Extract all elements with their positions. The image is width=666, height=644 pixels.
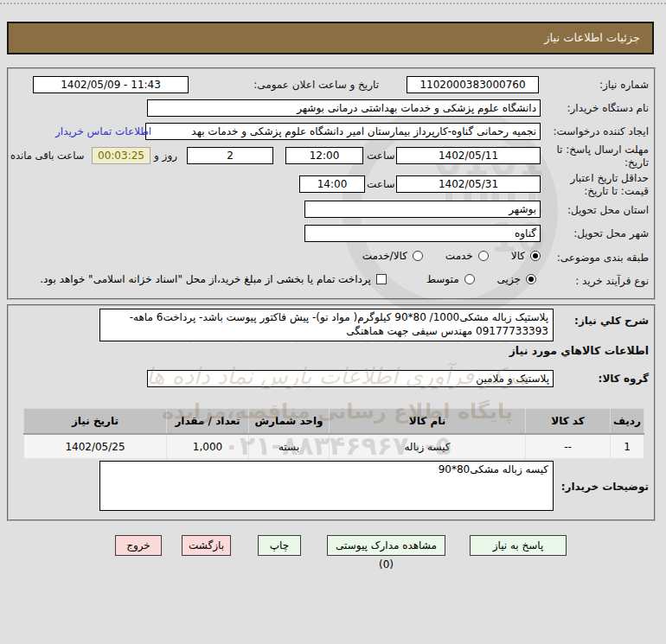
page-title-bar: جزئیات اطلاعات نیاز — [7, 22, 654, 54]
need-number-field[interactable]: 1102000383000760 — [407, 76, 539, 93]
print-button[interactable]: چاپ — [258, 535, 301, 556]
items-table-body: 1--کیسه زبالهبسته1,0001402/05/25 — [24, 434, 644, 459]
buyer-remarks-label: توضیحات خریدار: — [561, 481, 649, 493]
table-header-5: تاریخ نیاز — [24, 409, 167, 435]
buyer-remarks-field[interactable]: کیسه زباله مشکی‎90*80 — [99, 461, 554, 511]
treasury-checkbox[interactable] — [376, 274, 387, 284]
request-creator-label: ایجاد کننده درخواست: — [553, 125, 649, 137]
buyer-org-field[interactable]: دانشگاه علوم پزشکی و خدمات بهداشتی درمان… — [147, 99, 541, 117]
remaining-days-field[interactable]: 2 — [187, 147, 273, 164]
deadline-hour-label: ساعت — [367, 150, 395, 162]
table-row: 1--کیسه زبالهبسته1,0001402/05/25 — [24, 434, 644, 459]
radio-goods[interactable] — [530, 251, 541, 261]
radio-medium-label: متوسط — [426, 273, 459, 285]
items-table: ردیفکد کالانام کالاواحد شمارشتعداد / مقد… — [23, 408, 644, 459]
table-header-1: کد کالا — [526, 409, 611, 435]
buyer-contact-link[interactable]: اطلاعات تماس خریدار — [55, 125, 151, 137]
deadline-date-field[interactable]: 1402/05/11 — [396, 147, 541, 164]
respond-button[interactable]: پاسخ به نیاز — [470, 535, 567, 556]
delivery-city-label: شهر محل تحویل: — [573, 227, 649, 239]
price-validity-label: حداقل تاریخ اعتبار قیمت: تا تاریخ: — [541, 172, 649, 198]
purchase-process-options: جزیی متوسط پرداخت تمام یا بخشی از مبلغ خ… — [40, 273, 536, 285]
subject-classification-options: کالا خدمت کالا/خدمت — [362, 250, 541, 262]
items-table-head-row: ردیفکد کالانام کالاواحد شمارشتعداد / مقد… — [24, 409, 644, 435]
page-title: جزئیات اطلاعات نیاز — [544, 31, 640, 44]
hours-remaining-label: ساعت باقی مانده — [10, 150, 84, 162]
table-cell: 1 — [611, 434, 644, 459]
goods-section-title: اطلاعات کالاهاي مورد نیاز — [509, 344, 649, 357]
subject-classification-label: طبقه بندی موضوعی: — [557, 252, 649, 264]
countdown-timer-field: 00:03:25 — [92, 147, 150, 164]
top-dotted-divider — [0, 3, 666, 4]
table-cell: 1402/05/25 — [24, 434, 167, 459]
days-and-label: روز و — [154, 150, 177, 162]
response-deadline-label: مهلت ارسال پاسخ: تا تاریخ: — [541, 143, 649, 169]
exit-button[interactable]: خروج — [115, 535, 162, 556]
need-description-field[interactable]: پلاستیک زباله مشکی‎90*80 /1000 کیلوگرم( … — [99, 309, 554, 341]
table-cell: بسته — [249, 434, 330, 459]
back-button[interactable]: بازگشت — [182, 535, 231, 556]
request-creator-field[interactable]: نجمیه رحمانی گناوه-کارپرداز بیمارستان ام… — [145, 123, 541, 140]
table-cell: کیسه زباله — [330, 434, 526, 459]
radio-goods-label: کالا — [511, 250, 525, 262]
treasury-checkbox-label: پرداخت تمام یا بخشی از مبلغ خرید،از محل … — [40, 273, 371, 285]
announce-datetime-label: تاریخ و ساعت اعلان عمومی: — [253, 79, 379, 91]
radio-service-label: خدمت — [445, 250, 473, 262]
deadline-time-field[interactable]: 12:00 — [285, 147, 363, 164]
radio-minor[interactable] — [526, 274, 536, 284]
radio-minor-label: جزیی — [497, 273, 521, 285]
goods-group-label: گروه کالا: — [599, 373, 649, 385]
table-cell: -- — [526, 434, 611, 459]
goods-group-field[interactable]: پلاستیک و ملامین — [147, 370, 554, 387]
table-cell: 1,000 — [167, 434, 249, 459]
delivery-city-field[interactable]: گناوه — [304, 225, 541, 242]
need-number-label: شماره نیاز: — [599, 79, 649, 91]
need-description-label: شرح کلي نیاز: — [574, 315, 649, 327]
table-header-3: واحد شمارش — [249, 409, 330, 435]
delivery-province-field[interactable]: بوشهر — [304, 201, 541, 218]
table-header-2: نام کالا — [330, 409, 526, 435]
table-header-0: ردیف — [611, 409, 644, 435]
purchase-process-label: نوع فرآیند خرید : — [575, 275, 649, 287]
view-attachments-button[interactable]: مشاهده مدارک پیوستی (0) — [327, 535, 445, 556]
validity-hour-label: ساعت — [367, 178, 395, 190]
radio-medium[interactable] — [464, 274, 475, 284]
validity-date-field[interactable]: 1402/05/31 — [396, 175, 541, 193]
table-header-4: تعداد / مقدار — [167, 409, 249, 435]
radio-goods-service[interactable] — [413, 251, 423, 261]
delivery-province-label: استان محل تحویل: — [567, 204, 649, 216]
radio-service[interactable] — [478, 251, 489, 261]
radio-goods-service-label: کالا/خدمت — [362, 250, 407, 262]
announce-datetime-field[interactable]: 1402/05/09 - 11:43 — [33, 76, 189, 93]
validity-time-field[interactable]: 14:00 — [299, 175, 365, 193]
buyer-org-label: نام دستگاه خریدار: — [567, 102, 650, 114]
